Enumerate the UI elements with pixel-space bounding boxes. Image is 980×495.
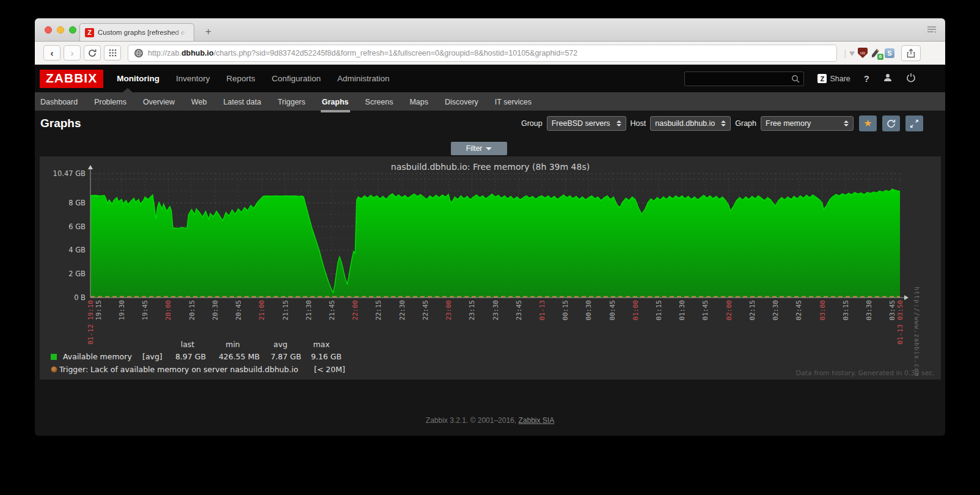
series-func: [avg] <box>142 352 169 361</box>
sub-nav-item-it-services[interactable]: IT services <box>495 94 532 110</box>
filter-toggle-button[interactable]: Filter <box>451 142 507 155</box>
trigger-label: Trigger: Lack of available memory on ser… <box>59 365 298 374</box>
x-tick-label: 01-12 19:10 <box>87 300 94 349</box>
select-updown-icon <box>721 120 726 127</box>
x-tick-label: 22:00 <box>351 300 359 349</box>
reload-button[interactable] <box>84 45 101 61</box>
group-select[interactable]: FreeBSD servers <box>547 116 626 131</box>
share-page-button[interactable] <box>901 45 921 61</box>
graph-select-value: Free memory <box>766 119 811 128</box>
header-right: Z Share ? <box>684 72 916 86</box>
tab-menu-icon[interactable] <box>927 25 937 36</box>
url-text: http://zab.dbhub.io/charts.php?sid=9d837… <box>148 49 577 57</box>
x-tick-label: 20:45 <box>235 300 242 349</box>
zoom-window-button[interactable] <box>69 26 76 34</box>
trigger-swatch <box>51 366 59 373</box>
refresh-button[interactable] <box>882 116 900 131</box>
browser-tab-bar: Z Custom graphs [refreshed ev + <box>35 18 945 42</box>
series-max: 9.16 GB <box>301 352 342 361</box>
filter-row: Filter <box>35 136 945 156</box>
sub-nav-item-latest-data[interactable]: Latest data <box>224 94 261 110</box>
logout-icon[interactable] <box>906 73 916 85</box>
ublock-extension-icon[interactable]: UO <box>858 48 868 58</box>
sub-nav-item-maps[interactable]: Maps <box>409 94 428 110</box>
zabbix-page: ZABBIX MonitoringInventoryReportsConfigu… <box>35 65 945 436</box>
x-tick-label: 00:30 <box>585 300 592 349</box>
site-info-icon[interactable] <box>134 48 144 58</box>
chevron-down-icon <box>486 147 492 150</box>
x-tick-label: 20:00 <box>164 300 172 349</box>
close-window-button[interactable] <box>45 26 52 34</box>
x-tick-label: 03:00 <box>819 300 826 349</box>
minimize-window-button[interactable] <box>57 26 64 34</box>
x-tick-label: 23:30 <box>492 300 499 349</box>
new-tab-button[interactable]: + <box>201 24 216 39</box>
main-nav-item-inventory[interactable]: Inventory <box>176 74 210 83</box>
profile-icon[interactable] <box>883 73 893 85</box>
extension-badge: 0 <box>877 54 883 60</box>
search-input[interactable] <box>684 72 804 86</box>
url-scheme: http://zab. <box>148 49 181 57</box>
footer-link[interactable]: Zabbix SIA <box>518 416 554 425</box>
zabbix-logo[interactable]: ZABBIX <box>40 70 103 88</box>
x-tick-label: 20:30 <box>211 300 219 349</box>
main-nav-item-monitoring[interactable]: Monitoring <box>117 74 159 83</box>
sub-nav-item-discovery[interactable]: Discovery <box>445 94 478 110</box>
share-link[interactable]: Z Share <box>817 74 850 83</box>
main-nav-item-administration[interactable]: Administration <box>337 74 390 83</box>
x-tick-label: 23:45 <box>515 300 522 349</box>
browser-tab[interactable]: Z Custom graphs [refreshed ev <box>79 23 194 41</box>
browser-toolbar: ‹ › http://zab.dbhub.io/charts.php?sid=9… <box>35 42 945 65</box>
graph-select[interactable]: Free memory <box>761 116 854 131</box>
back-button[interactable]: ‹ <box>43 45 60 61</box>
series-last: 8.97 GB <box>169 352 206 361</box>
forward-button[interactable]: › <box>64 45 81 61</box>
legend-series-row: Available memory [avg] 8.97 GB 426.55 MB… <box>51 350 345 363</box>
sub-nav-item-problems[interactable]: Problems <box>94 94 126 110</box>
help-button[interactable]: ? <box>864 73 869 84</box>
sub-nav-item-web[interactable]: Web <box>191 94 207 110</box>
sub-nav-item-overview[interactable]: Overview <box>143 94 175 110</box>
sub-nav-item-graphs[interactable]: Graphs <box>322 94 349 110</box>
url-domain: dbhub.io <box>181 49 214 57</box>
fullscreen-icon <box>910 119 919 128</box>
footer-text: Zabbix 3.2.1. © 2001–2016, <box>426 416 519 425</box>
page-footer: Zabbix 3.2.1. © 2001–2016, Zabbix SIA <box>35 416 945 425</box>
x-tick-label: 19:15 <box>95 300 102 349</box>
sub-nav-item-screens[interactable]: Screens <box>365 94 393 110</box>
x-tick-label: 02:30 <box>772 300 779 349</box>
x-tick-label: 01:45 <box>701 300 709 349</box>
x-tick-label: 01:15 <box>655 300 662 349</box>
page-header: Graphs Group FreeBSD servers Host nasbui… <box>35 111 945 136</box>
address-bar[interactable]: http://zab.dbhub.io/charts.php?sid=9d837… <box>128 45 837 62</box>
zabbix-favicon: Z <box>85 28 94 37</box>
toolbar-divider: | <box>844 48 846 58</box>
x-tick-label: 02:00 <box>725 300 733 349</box>
legend-trigger-row: Trigger: Lack of available memory on ser… <box>51 363 345 376</box>
host-select[interactable]: nasbuild.dbhub.io <box>650 116 731 131</box>
select-updown-icon <box>844 120 849 127</box>
graph-widget: nasbuild.dbhub.io: Free memory (8h 39m 4… <box>40 156 941 380</box>
x-tick-label: 20:15 <box>188 300 196 349</box>
x-tick-label: 00:15 <box>561 300 569 349</box>
y-tick-label: 8 GB <box>42 199 86 207</box>
plot-area <box>90 174 900 298</box>
bookmark-heart-icon[interactable]: ♥ <box>849 48 855 58</box>
sub-nav-item-triggers[interactable]: Triggers <box>277 94 305 110</box>
speed-dial-grid-icon[interactable] <box>104 45 121 61</box>
x-tick-label: 03:15 <box>842 300 849 349</box>
y-tick-label: 0 B <box>42 293 86 302</box>
desktop-background: Z Custom graphs [refreshed ev + ‹ › ht <box>0 0 980 495</box>
main-nav-item-reports[interactable]: Reports <box>226 74 255 83</box>
x-tick-label: 01:00 <box>632 300 639 349</box>
extension-icon[interactable]: 0 <box>871 48 882 59</box>
sub-nav-item-dashboard[interactable]: Dashboard <box>40 94 78 110</box>
x-tick-label: 01-13 <box>538 300 546 349</box>
main-nav-item-configuration[interactable]: Configuration <box>272 74 321 83</box>
fullscreen-button[interactable] <box>905 116 923 131</box>
y-tick-label: 4 GB <box>42 246 86 254</box>
favorite-button[interactable]: ★ <box>859 116 877 131</box>
graph-controls: Group FreeBSD servers Host nasbuild.dbhu… <box>521 116 923 131</box>
session-extension-icon[interactable]: S <box>885 48 894 58</box>
x-tick-label: 22:15 <box>375 300 382 349</box>
